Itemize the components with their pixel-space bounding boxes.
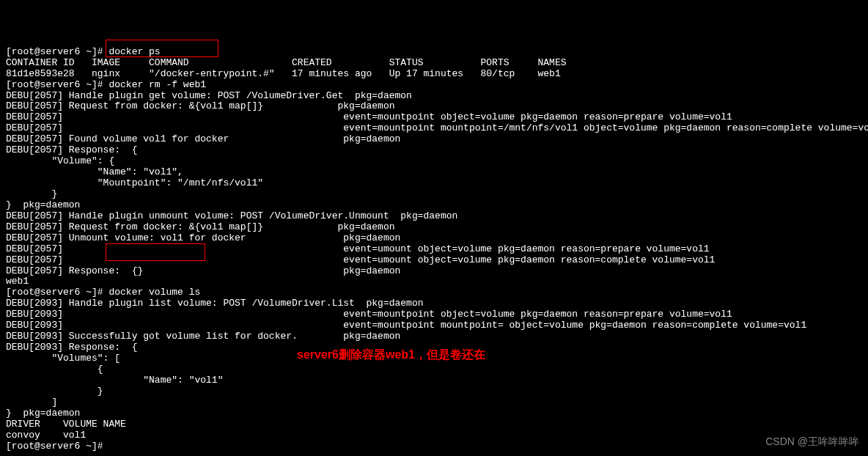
terminal-line: } pkg=daemon	[6, 200, 862, 211]
terminal-line: [root@server6 ~]# docker volume ls	[6, 287, 862, 298]
watermark: CSDN @王哞哞哞哞	[765, 435, 859, 447]
terminal-line: DEBU[2057] event=umount object=volume pk…	[6, 244, 862, 255]
terminal-line: [root@server6 ~]# docker ps	[6, 47, 862, 58]
terminal-line: "Name": "vol1"	[6, 375, 862, 386]
terminal-line: "Name": "vol1",	[6, 167, 862, 178]
terminal-line: } pkg=daemon	[6, 408, 862, 419]
terminal-line: DEBU[2057] event=mountpoint object=volum…	[6, 112, 862, 123]
terminal-line: DEBU[2057] Handle plugin unmount volume:…	[6, 211, 862, 222]
terminal-line: {	[6, 364, 862, 375]
terminal-line: [root@server6 ~]#	[6, 441, 862, 452]
terminal-line: [root@server6 ~]# docker rm -f web1	[6, 80, 862, 91]
terminal-line: convoy vol1	[6, 430, 862, 441]
terminal-line: ]	[6, 397, 862, 408]
terminal-line: CONTAINER ID IMAGE COMMAND CREATED STATU…	[6, 58, 862, 69]
terminal-line: DEBU[2057] Response: {} pkg=daemon	[6, 266, 862, 277]
terminal-line: "Volume": {	[6, 156, 862, 167]
terminal-line: DEBU[2093] event=mountpoint mountpoint= …	[6, 320, 862, 331]
terminal-line: }	[6, 386, 862, 397]
terminal-line: DEBU[2093] Handle plugin list volume: PO…	[6, 298, 862, 309]
terminal-line: DEBU[2093] event=mountpoint object=volum…	[6, 309, 862, 320]
terminal-line: DEBU[2057] Found volume vol1 for docker …	[6, 134, 862, 145]
terminal-line: web1	[6, 276, 862, 287]
terminal-line: DEBU[2057] Unmount volume: vol1 for dock…	[6, 233, 862, 244]
terminal-line: 81d1e8593e28 nginx "/docker-entrypoint.#…	[6, 69, 862, 80]
terminal-line: "Mountpoint": "/mnt/nfs/vol1"	[6, 178, 862, 189]
terminal-line: DEBU[2057] event=umount object=volume pk…	[6, 255, 862, 266]
terminal-line: DEBU[2057] Request from docker: &{vol1 m…	[6, 101, 862, 112]
annotation-text: server6删除容器web1，但是卷还在	[297, 348, 485, 361]
terminal-line: DEBU[2057] Response: {	[6, 145, 862, 156]
terminal-line: }	[6, 189, 862, 200]
terminal-line: DRIVER VOLUME NAME	[6, 419, 862, 430]
terminal-line: DEBU[2057] event=mountpoint mountpoint=/…	[6, 123, 862, 134]
terminal-line: DEBU[2093] Successfully got volume list …	[6, 331, 862, 342]
terminal-output: [root@server6 ~]# docker psCONTAINER ID …	[6, 47, 862, 452]
terminal-line: DEBU[2057] Handle plugin get volume: POS…	[6, 91, 862, 102]
terminal-line: DEBU[2057] Request from docker: &{vol1 m…	[6, 222, 862, 233]
